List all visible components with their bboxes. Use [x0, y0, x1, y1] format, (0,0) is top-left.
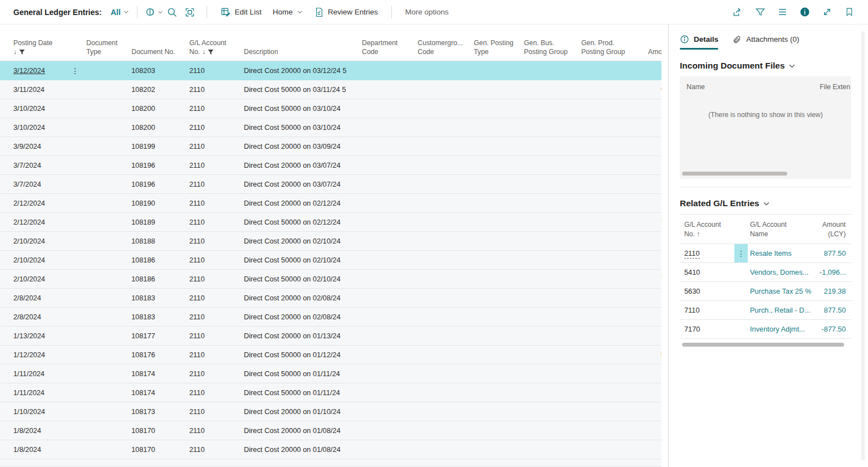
posting-date-cell[interactable]: 1/13/2024: [13, 332, 67, 340]
gl-account-no-cell[interactable]: 2110: [189, 104, 244, 113]
related-entry-row[interactable]: 7170Inventory Adjmt...-877.50: [680, 320, 851, 339]
posting-date-cell[interactable]: 3/10/2024: [13, 104, 67, 113]
description-cell[interactable]: Direct Cost 50000 on 03/10/24: [244, 123, 362, 132]
amount-cell[interactable]: [648, 104, 661, 113]
gl-account-no-cell[interactable]: 2110: [189, 351, 244, 359]
document-no-cell[interactable]: 108174: [131, 388, 189, 397]
panel-scrollbar-track[interactable]: [861, 31, 865, 460]
gl-account-no-cell[interactable]: 2110: [189, 161, 244, 169]
amount-cell[interactable]: [648, 199, 661, 207]
amount-cell[interactable]: 9: [648, 85, 661, 94]
posting-date-cell[interactable]: 1/11/2024: [13, 369, 67, 378]
amount-cell[interactable]: [648, 332, 661, 340]
amount-cell[interactable]: [648, 369, 661, 378]
edit-list-button[interactable]: Edit List: [220, 7, 262, 17]
description-cell[interactable]: Direct Cost 20000 on 01/13/24: [244, 332, 362, 340]
related-account-no[interactable]: 5410: [684, 268, 734, 276]
related-account-name-link[interactable]: Inventory Adjmt...: [750, 325, 816, 333]
table-row[interactable]: 3/10/20241082002110Direct Cost 50000 on …: [0, 118, 661, 137]
amount-cell[interactable]: [648, 123, 661, 132]
description-cell[interactable]: Direct Cost 50000 on 03/11/24 5: [244, 85, 362, 94]
column-header-description[interactable]: Description: [244, 47, 362, 57]
incoming-document-files-heading[interactable]: Incoming Document Files: [680, 61, 868, 71]
description-cell[interactable]: Direct Cost 20000 on 03/12/24 5: [244, 66, 362, 75]
related-entry-row[interactable]: 5630Purchase Tax 25 %219.38: [680, 282, 851, 301]
search-icon[interactable]: [163, 3, 181, 21]
table-row[interactable]: 3/11/20241082022110Direct Cost 50000 on …: [0, 80, 661, 99]
related-col-account-no[interactable]: G/L Account No. ↑: [684, 220, 734, 239]
description-cell[interactable]: Direct Cost 20000 on 01/08/24: [244, 426, 362, 435]
expand-icon[interactable]: [818, 3, 836, 21]
column-header-gen-prod-posting-group[interactable]: Gen. Prod. Posting Group: [581, 38, 648, 57]
filter-icon[interactable]: [751, 3, 769, 21]
document-no-cell[interactable]: 108183: [131, 294, 189, 302]
incoming-col-name[interactable]: Name: [686, 83, 705, 91]
gl-account-no-cell[interactable]: 2110: [189, 142, 244, 150]
table-row[interactable]: 1/13/20241081772110Direct Cost 20000 on …: [0, 327, 661, 346]
table-row[interactable]: 1/11/20241081742110Direct Cost 50000 on …: [0, 383, 661, 402]
gl-account-no-cell[interactable]: 2110: [189, 313, 244, 321]
amount-cell[interactable]: 7: [648, 218, 661, 226]
posting-date-cell[interactable]: 2/8/2024: [13, 313, 67, 321]
posting-date-cell[interactable]: 2/8/2024: [13, 294, 67, 302]
table-row[interactable]: 1/8/20241081702110Direct Cost 20000 on 0…: [0, 421, 661, 440]
amount-cell[interactable]: [648, 180, 661, 188]
gl-account-no-cell[interactable]: 2110: [189, 275, 244, 283]
document-no-cell[interactable]: 108183: [131, 313, 189, 321]
gl-account-no-cell[interactable]: 2110: [189, 369, 244, 378]
column-header-amount[interactable]: Amount: [648, 47, 661, 57]
posting-date-cell[interactable]: 1/10/2024: [13, 407, 67, 416]
document-no-cell[interactable]: 108186: [131, 275, 189, 283]
table-row[interactable]: 1/12/20241081762110Direct Cost 50000 on …: [0, 346, 661, 364]
gl-account-no-cell[interactable]: 2110: [189, 445, 244, 454]
table-row[interactable]: 2/8/20241081832110Direct Cost 20000 on 0…: [0, 289, 661, 308]
column-header-document-type[interactable]: Document Type: [86, 38, 131, 57]
posting-date-cell[interactable]: 3/11/2024: [13, 85, 67, 94]
view-filter-dropdown[interactable]: All: [111, 8, 129, 17]
posting-date-cell[interactable]: 1/8/2024: [13, 445, 67, 454]
document-no-cell[interactable]: 108199: [131, 142, 189, 150]
gl-account-no-cell[interactable]: 2110: [189, 388, 244, 397]
description-cell[interactable]: Direct Cost 50000 on 02/12/24: [244, 218, 362, 226]
gl-account-no-cell[interactable]: 2110: [189, 218, 244, 226]
description-cell[interactable]: Direct Cost 20000 on 03/09/24: [244, 142, 362, 150]
gl-account-no-cell[interactable]: 2110: [189, 123, 244, 132]
amount-cell[interactable]: [648, 237, 661, 245]
posting-date-cell[interactable]: 3/7/2024: [13, 180, 67, 188]
gl-account-no-cell[interactable]: 2110: [189, 426, 244, 435]
amount-cell[interactable]: [648, 445, 661, 454]
posting-date-cell[interactable]: 3/10/2024: [13, 123, 67, 132]
related-col-amount[interactable]: Amount (LCY): [816, 220, 851, 239]
document-no-cell[interactable]: 108200: [131, 104, 189, 113]
amount-cell[interactable]: [648, 66, 661, 75]
list-icon[interactable]: [773, 3, 791, 21]
tab-details[interactable]: Details: [680, 35, 718, 50]
amount-cell[interactable]: [648, 388, 661, 397]
document-no-cell[interactable]: 108200: [131, 123, 189, 132]
row-ellipsis-menu[interactable]: ⋮: [734, 244, 748, 262]
description-cell[interactable]: Direct Cost 20000 on 02/08/24: [244, 294, 362, 302]
document-no-cell[interactable]: 108170: [131, 445, 189, 454]
description-cell[interactable]: Direct Cost 50000 on 02/10/24: [244, 256, 362, 264]
related-account-name-link[interactable]: Resale Items: [750, 249, 816, 257]
views-icon[interactable]: [145, 3, 163, 21]
bookmark-icon[interactable]: [840, 3, 858, 21]
document-no-cell[interactable]: 108188: [131, 237, 189, 245]
related-amount-link[interactable]: -877.50: [816, 325, 851, 333]
column-header-document-no[interactable]: Document No.: [131, 47, 189, 57]
table-row[interactable]: 3/12/2024⋮1082032110Direct Cost 20000 on…: [0, 61, 661, 80]
horizontal-scrollbar[interactable]: [682, 172, 849, 176]
posting-date-cell[interactable]: 2/10/2024: [13, 256, 67, 264]
amount-cell[interactable]: 7: [648, 275, 661, 283]
related-entry-row[interactable]: 7110Purch., Retail - D...877.50: [680, 301, 851, 320]
amount-cell[interactable]: [648, 142, 661, 150]
table-row[interactable]: 3/7/20241081962110Direct Cost 20000 on 0…: [0, 156, 661, 175]
description-cell[interactable]: Direct Cost 50000 on 01/11/24: [244, 388, 362, 397]
posting-date-cell[interactable]: 3/12/2024: [13, 66, 67, 75]
related-entry-row[interactable]: 5410Vendors, Domes...-1,096...: [680, 263, 851, 282]
document-no-cell[interactable]: 108174: [131, 369, 189, 378]
posting-date-cell[interactable]: 3/7/2024: [13, 161, 67, 169]
posting-date-cell[interactable]: 2/12/2024: [13, 199, 67, 207]
column-header-gl-account-no[interactable]: G/L Account No. ↓: [189, 38, 244, 57]
table-row[interactable]: 1/11/20241081742110Direct Cost 50000 on …: [0, 364, 661, 383]
